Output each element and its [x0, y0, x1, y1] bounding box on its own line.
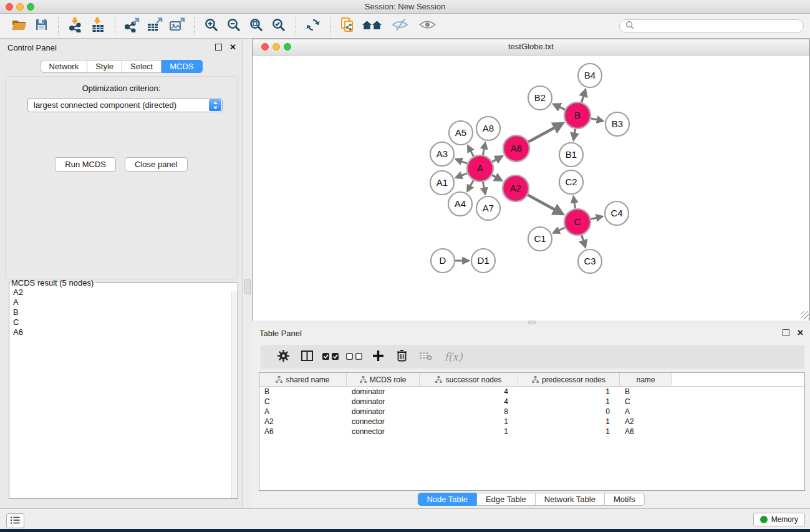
column-header[interactable]: shared name [259, 373, 347, 386]
close-panel-icon[interactable]: ✕ [797, 330, 804, 336]
close-window-button[interactable] [6, 3, 13, 11]
table-row[interactable]: Cdominator41C [259, 397, 804, 407]
graph-edge-B-B2[interactable] [554, 104, 565, 109]
table-cell[interactable]: C [259, 397, 347, 406]
table-cell[interactable]: 4 [420, 397, 518, 406]
tab-node-table[interactable]: Node Table [417, 493, 477, 506]
graph-edge-A-A6[interactable] [492, 157, 502, 162]
column-header[interactable]: predecessor nodes [518, 373, 620, 386]
export-table-button[interactable] [143, 16, 166, 36]
table-row[interactable]: Bdominator41B [259, 387, 804, 397]
table-cell[interactable]: 1 [518, 397, 620, 406]
table-row[interactable]: A6connector11A6 [259, 427, 804, 437]
graph-node-B1[interactable]: B1 [559, 143, 583, 167]
table-cell[interactable]: dominator [347, 387, 420, 396]
graph-node-B3[interactable]: B3 [605, 112, 629, 136]
table-cell[interactable]: dominator [347, 397, 420, 406]
graph-edge-A-A8[interactable] [483, 143, 485, 155]
graph-node-A[interactable]: A [467, 155, 493, 181]
tab-network-table[interactable]: Network Table [536, 493, 605, 506]
result-scrollbar[interactable] [231, 291, 238, 498]
graph-node-B2[interactable]: B2 [528, 86, 552, 110]
network-canvas[interactable]: AA1A2A3A4A5A6A7A8BB1B2B3B4CC1C2C3C4DD1 [253, 56, 809, 321]
table-cell[interactable]: connector [347, 417, 420, 426]
table-cell[interactable]: 1 [420, 417, 518, 426]
result-item[interactable]: A [9, 297, 238, 307]
toggle-columns-button[interactable] [295, 347, 319, 367]
graph-edge-A2-C[interactable] [528, 195, 562, 214]
minimize-network-button[interactable] [272, 43, 280, 51]
graph-edge-A-A5[interactable] [468, 146, 474, 157]
column-header[interactable]: MCDS role [347, 373, 420, 386]
table-cell[interactable]: B [620, 387, 672, 396]
float-panel-icon[interactable] [215, 44, 222, 51]
minimize-window-button[interactable] [16, 3, 24, 11]
graph-node-A8[interactable]: A8 [476, 117, 500, 140]
tab-edge-table[interactable]: Edge Table [477, 493, 536, 506]
delete-row-button[interactable] [390, 347, 413, 367]
divider-grip[interactable] [244, 279, 251, 294]
new-network-from-selection-button[interactable] [336, 16, 359, 36]
column-header[interactable]: successor nodes [420, 373, 518, 386]
table-settings-button[interactable] [271, 347, 295, 367]
save-session-button[interactable] [30, 16, 52, 36]
table-cell[interactable]: 1 [518, 387, 620, 396]
add-row-button[interactable] [366, 347, 390, 367]
table-cell[interactable]: 0 [518, 407, 620, 416]
zoom-out-button[interactable] [223, 16, 245, 36]
graph-node-C[interactable]: C [564, 209, 591, 235]
close-panel-icon[interactable]: ✕ [229, 44, 236, 51]
graph-node-C1[interactable]: C1 [528, 227, 552, 251]
graph-node-C2[interactable]: C2 [559, 170, 583, 194]
graph-node-A1[interactable]: A1 [430, 171, 454, 195]
graph-edge-A-A3[interactable] [456, 160, 468, 164]
result-item[interactable]: A2 [9, 288, 238, 297]
graph-edge-A-A4[interactable] [468, 180, 474, 191]
graph-node-C4[interactable]: C4 [605, 201, 629, 225]
export-network-button[interactable] [121, 16, 143, 36]
maximize-network-button[interactable] [284, 43, 291, 51]
table-cell[interactable]: 4 [420, 387, 518, 396]
table-cell[interactable]: A [620, 407, 672, 416]
zoom-window-button[interactable] [27, 3, 34, 11]
graph-edge-A-A7[interactable] [483, 182, 485, 194]
graph-edge-C-C2[interactable] [574, 197, 576, 209]
table-cell[interactable]: 1 [518, 427, 620, 436]
graph-edge-C-C1[interactable] [554, 228, 565, 233]
tab-mcds[interactable]: MCDS [162, 60, 202, 73]
table-row[interactable]: A2connector11A2 [259, 417, 804, 427]
table-cell[interactable]: dominator [347, 407, 420, 416]
table-cell[interactable]: A2 [620, 417, 672, 426]
table-cell[interactable]: connector [347, 427, 420, 436]
graph-node-B4[interactable]: B4 [578, 64, 602, 87]
table-row[interactable]: Adominator80A [259, 407, 804, 417]
import-table-button[interactable] [87, 16, 109, 36]
result-item[interactable]: C [9, 317, 238, 327]
table-cell[interactable]: B [259, 387, 347, 396]
export-image-button[interactable] [166, 16, 188, 36]
graph-node-A7[interactable]: A7 [476, 196, 500, 220]
result-item[interactable]: B [9, 307, 238, 317]
search-input[interactable] [638, 21, 798, 31]
graph-edge-A-A1[interactable] [456, 173, 468, 178]
select-all-button[interactable] [319, 347, 342, 367]
window-resize-grip[interactable] [801, 311, 809, 319]
tab-style[interactable]: Style [87, 60, 122, 73]
graph-node-A5[interactable]: A5 [449, 121, 473, 145]
close-network-button[interactable] [261, 43, 269, 51]
column-header[interactable]: name [620, 373, 672, 386]
graph-edge-C-C3[interactable] [582, 235, 586, 247]
graph-node-B[interactable]: B [564, 102, 591, 128]
table-cell[interactable]: C [620, 397, 672, 406]
open-session-button[interactable] [7, 16, 30, 36]
criterion-select[interactable]: largest connected component (directed) [27, 98, 223, 112]
close-panel-button[interactable]: Close panel [125, 157, 188, 172]
tab-motifs[interactable]: Motifs [605, 493, 645, 506]
table-cell[interactable]: 8 [420, 407, 518, 416]
table-cell[interactable]: 1 [420, 427, 518, 436]
tab-network[interactable]: Network [40, 60, 87, 73]
table-cell[interactable]: A6 [259, 427, 347, 436]
zoom-fit-button[interactable] [245, 16, 268, 36]
graph-node-A2[interactable]: A2 [503, 175, 529, 201]
float-panel-icon[interactable] [783, 329, 789, 336]
